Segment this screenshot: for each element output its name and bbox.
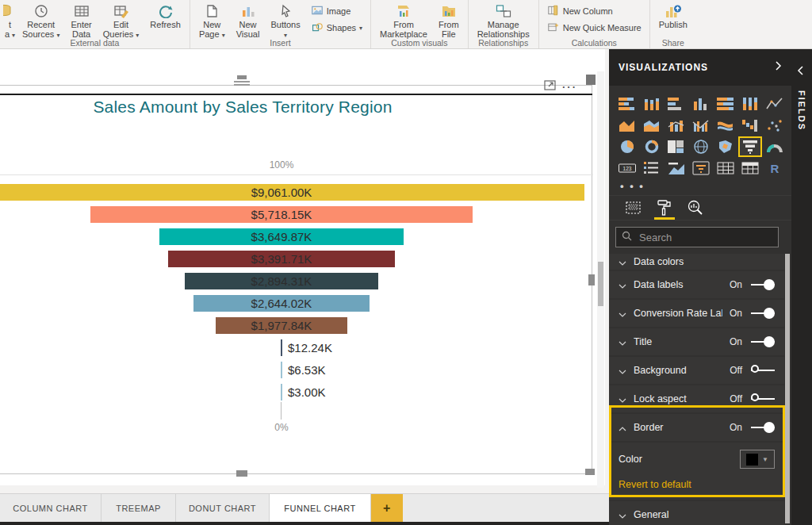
visual-resize-handle-bottom[interactable]: [236, 470, 247, 477]
funnel-bar[interactable]: $2,894.31K: [185, 273, 378, 289]
enter-data-button[interactable]: Enter Data: [65, 2, 97, 40]
viz-icon-card[interactable]: 123: [615, 158, 639, 178]
new-visual-button[interactable]: New Visual: [231, 2, 266, 40]
visual-corner-marker: [586, 75, 596, 85]
toggle-switch[interactable]: [751, 336, 775, 347]
scrollbar-thumb[interactable]: [598, 262, 603, 306]
refresh-button[interactable]: Refresh: [144, 2, 186, 31]
page-tab-donut-chart[interactable]: DONUT CHART: [176, 494, 270, 522]
viz-icon-slicer[interactable]: [689, 158, 713, 178]
visual-resize-handle-corner[interactable]: [585, 469, 595, 475]
viz-icon-clustered-column-chart[interactable]: [689, 94, 713, 114]
ribbon: t a ▾ Recent Sources ▾ Enter Data Edit Q…: [0, 0, 812, 49]
report-page[interactable]: ··· Sales Amount by Sales Territory Regi…: [0, 49, 605, 485]
viz-icon-stacked-column-chart[interactable]: [640, 94, 664, 114]
new-quick-measure-button[interactable]: New Quick Measure: [547, 21, 642, 34]
viz-icon-100-stacked-column-chart[interactable]: [738, 94, 762, 114]
manage-relationships-button[interactable]: Manage Relationships: [472, 2, 535, 40]
tab-format[interactable]: [657, 196, 672, 220]
tab-fields[interactable]: [625, 196, 642, 220]
viz-icon-pie-chart[interactable]: [615, 136, 639, 157]
from-file-button[interactable]: From File: [433, 2, 465, 40]
viz-icon-line-stacked-column-chart[interactable]: [665, 115, 688, 136]
viz-icon-gauge[interactable]: [763, 136, 787, 157]
calculations-stack: New Column New Quick Measure: [542, 2, 646, 37]
viz-icon-area-chart[interactable]: [615, 115, 639, 136]
focus-mode-icon[interactable]: [544, 79, 557, 94]
viz-icon-r-script-visual[interactable]: R: [763, 158, 787, 178]
data-label: $6.53K: [288, 362, 326, 378]
viz-icon-filled-map[interactable]: [714, 136, 737, 157]
viz-icon-kpi[interactable]: [665, 158, 688, 178]
recent-sources-button[interactable]: Recent Sources ▾: [17, 2, 65, 42]
search-input[interactable]: [638, 231, 780, 244]
toggle-switch[interactable]: [751, 308, 775, 319]
page-tab-funnel-chart[interactable]: FUNNEL CHART: [270, 494, 371, 522]
from-marketplace-button[interactable]: From Marketplace: [374, 2, 433, 40]
format-section-data-labels[interactable]: Data labelsOn: [609, 271, 784, 298]
collapse-pane-icon[interactable]: [775, 60, 782, 75]
page-tab-column-chart[interactable]: COLUMN CHART: [0, 494, 102, 522]
format-section-conversion-rate-label[interactable]: Conversion Rate LabelOn: [609, 300, 784, 327]
get-data-button-partial[interactable]: t a ▾: [3, 2, 17, 42]
visual-drag-handle-icon[interactable]: [234, 75, 250, 87]
toggle-switch[interactable]: [751, 393, 775, 404]
format-section-lock-aspect[interactable]: Lock aspectOff: [609, 385, 784, 412]
visual-resize-handle-right[interactable]: [588, 274, 595, 285]
funnel-bar-thin[interactable]: [281, 384, 282, 400]
viz-icon-map[interactable]: [689, 136, 713, 157]
edit-table-icon: [113, 3, 129, 19]
ribbon-group-share: Publish Share: [650, 0, 696, 48]
edit-queries-button[interactable]: Edit Queries ▾: [98, 2, 145, 42]
buttons-button[interactable]: Buttons ▾: [265, 2, 305, 42]
format-section-general[interactable]: General: [609, 501, 784, 525]
toggle-switch[interactable]: [751, 365, 775, 376]
format-section-data-colors[interactable]: Data colors: [609, 254, 784, 270]
quick-measure-icon: [547, 21, 560, 34]
format-section-border[interactable]: BorderOn: [609, 414, 784, 441]
border-color-picker[interactable]: ▼: [740, 450, 775, 469]
funnel-bar-thin[interactable]: [281, 339, 282, 356]
shapes-button[interactable]: Shapes ▾: [311, 21, 362, 34]
new-page-tab-button[interactable]: +: [371, 494, 403, 522]
funnel-bar-thin[interactable]: [281, 362, 282, 378]
viz-icon-donut-chart[interactable]: [640, 136, 664, 157]
more-options-icon[interactable]: ···: [562, 81, 577, 93]
funnel-bar[interactable]: $1,977.84K: [216, 317, 348, 334]
viz-icon-ribbon-chart[interactable]: [714, 115, 737, 136]
publish-button[interactable]: Publish: [653, 2, 693, 31]
page-tab-treemap[interactable]: TREEMAP: [102, 494, 176, 522]
expand-fields-icon[interactable]: [797, 65, 804, 79]
format-section-background[interactable]: BackgroundOff: [609, 357, 784, 384]
revert-to-default-link[interactable]: Revert to default: [619, 479, 775, 490]
new-column-button[interactable]: New Column: [547, 5, 642, 17]
viz-icon-clustered-bar-chart[interactable]: [665, 94, 688, 114]
funnel-bar[interactable]: $2,644.02K: [193, 295, 370, 312]
funnel-bar[interactable]: $3,649.87K: [159, 228, 404, 245]
toggle-switch[interactable]: [751, 279, 775, 290]
viz-icon-waterfall-chart[interactable]: [738, 115, 762, 136]
viz-icon-stacked-area-chart[interactable]: [640, 115, 664, 136]
funnel-bar[interactable]: $9,061.00K: [0, 184, 584, 201]
funnel-bar[interactable]: $3,391.71K: [168, 251, 395, 267]
tab-analytics[interactable]: [687, 196, 704, 220]
viz-icon-scatter-chart[interactable]: [763, 115, 787, 136]
more-visuals-icon[interactable]: • • •: [620, 180, 645, 192]
viz-icon-table[interactable]: [714, 158, 737, 178]
viz-icon-stacked-bar-chart[interactable]: [615, 94, 639, 114]
image-button[interactable]: Image: [311, 5, 362, 17]
viz-icon-line-chart[interactable]: [763, 94, 787, 114]
viz-icon-treemap[interactable]: [665, 136, 688, 157]
viz-icon-multi-row-card[interactable]: [640, 158, 664, 178]
toggle-switch[interactable]: [751, 422, 775, 433]
viz-icon-funnel-chart[interactable]: [738, 136, 762, 157]
viz-icon-matrix[interactable]: [738, 158, 762, 178]
viz-icon-line-clustered-column-chart[interactable]: [689, 115, 713, 136]
new-page-button[interactable]: New Page ▾: [193, 2, 231, 42]
visual-selection-border-bottom: [0, 473, 592, 474]
format-section-title[interactable]: TitleOn: [609, 328, 784, 355]
canvas-vertical-scrollbar[interactable]: [597, 71, 604, 488]
viz-icon-100-stacked-bar-chart[interactable]: [714, 94, 737, 114]
format-pane-scrollbar[interactable]: [785, 254, 790, 523]
funnel-bar[interactable]: $5,718.15K: [90, 206, 473, 223]
